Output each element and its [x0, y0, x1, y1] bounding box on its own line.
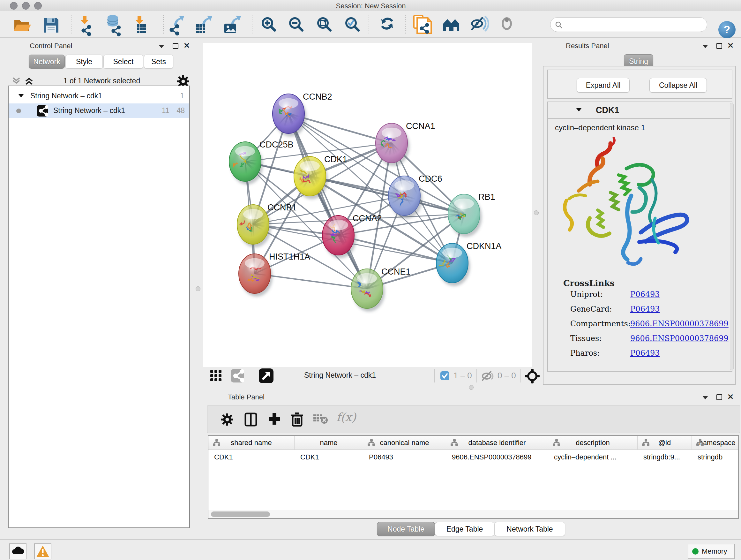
float-table-panel-icon[interactable] — [702, 396, 708, 399]
node-label-CCNB1: CCNB1 — [267, 203, 297, 212]
left-splitter-handle[interactable] — [196, 287, 200, 291]
maximize-panel-icon[interactable] — [173, 43, 179, 49]
right-splitter-handle[interactable] — [534, 210, 539, 215]
gene-collapse-icon[interactable] — [576, 108, 582, 111]
results-scrollbar[interactable] — [730, 103, 734, 370]
table-horizontal-scrollbar[interactable] — [208, 510, 738, 518]
close-results-panel-icon[interactable]: ✕ — [727, 41, 734, 50]
tab-select[interactable]: Select — [104, 55, 143, 69]
export-image-icon[interactable] — [224, 16, 241, 33]
crosslink-link[interactable]: 9606.ENSP00000378699 — [630, 334, 729, 343]
zoom-out-icon[interactable] — [290, 18, 302, 30]
tab-style[interactable]: Style — [65, 55, 103, 69]
memory-button[interactable]: Memory — [688, 544, 735, 559]
node-CDKN1A[interactable]: CDKN1A — [436, 241, 502, 286]
function-builder-icon[interactable]: f(x) — [336, 411, 356, 424]
node-label-CCNA1: CCNA1 — [406, 121, 435, 131]
cell-r0c0[interactable]: CDK1 — [208, 450, 294, 464]
node-CCNB2[interactable]: CCNB2 — [273, 92, 332, 137]
zoom-selected-icon[interactable] — [346, 18, 358, 30]
memory-label: Memory — [702, 547, 727, 556]
grid-view-icon[interactable] — [210, 370, 222, 382]
column-header-canonical-name[interactable]: canonical name — [363, 436, 446, 450]
node-CCNE1[interactable]: CCNE1 — [351, 267, 411, 312]
cell-r0c2[interactable]: P06493 — [363, 450, 446, 464]
table-options-gear-icon[interactable] — [220, 413, 234, 427]
float-panel-icon[interactable] — [158, 45, 164, 48]
node-RB1[interactable]: RB1 — [448, 192, 495, 237]
hidden-eye-icon[interactable] — [481, 370, 495, 381]
cell-r0c3[interactable]: 9606.ENSP00000378699 — [446, 450, 548, 464]
tab-network-table[interactable]: Network Table — [494, 522, 565, 536]
crosslink-link[interactable]: P06493 — [630, 290, 660, 299]
crosslink-row: Tissues:9606.ENSP00000378699 — [548, 334, 732, 349]
zoom-fit-content-icon[interactable] — [318, 18, 330, 30]
show-all-icon[interactable] — [502, 17, 511, 29]
cell-r0c1[interactable]: CDK1 — [294, 450, 363, 464]
column-header-description[interactable]: description — [548, 436, 637, 450]
birdseye-view-icon[interactable] — [525, 369, 540, 383]
horizontal-splitter-handle[interactable] — [469, 385, 474, 390]
show-columns-icon[interactable] — [245, 413, 257, 427]
warnings-button[interactable] — [34, 543, 51, 559]
open-session-icon[interactable] — [14, 20, 31, 31]
expand-all-button[interactable]: Expand All — [577, 78, 630, 92]
clone-network-icon[interactable] — [414, 15, 431, 34]
column-header-label: namespace — [699, 439, 736, 447]
column-header-namespace[interactable]: namespace — [692, 436, 739, 450]
import-network-file-icon[interactable] — [80, 16, 91, 36]
create-column-plus-icon[interactable] — [268, 413, 281, 425]
edge-CCNB2-CCNE1[interactable] — [288, 114, 367, 289]
cell-r0c6[interactable]: stringdb — [692, 450, 739, 464]
network-graph[interactable]: CCNB2CCNA1CDC25BCDK1CDC6RB1CCNB1CCNA2CDK… — [203, 43, 532, 367]
close-table-panel-icon[interactable]: ✕ — [727, 392, 734, 401]
hide-selected-icon[interactable] — [472, 17, 488, 30]
node-HIST1H1A[interactable]: HIST1H1A — [239, 252, 310, 297]
cell-r0c4[interactable]: cyclin–dependent ... — [548, 450, 637, 464]
column-header-database-identifier[interactable]: database identifier — [446, 436, 548, 450]
node-CDK1[interactable]: CDK1 — [294, 154, 347, 199]
close-panel-icon[interactable]: ✕ — [184, 41, 190, 50]
selected-checkbox-icon[interactable] — [440, 371, 450, 381]
help-button[interactable]: ? — [718, 21, 736, 38]
tab-network[interactable]: Network — [29, 55, 65, 69]
node-CCNA1[interactable]: CCNA1 — [376, 121, 435, 166]
import-network-database-icon[interactable] — [108, 15, 121, 36]
gene-section-header[interactable]: CDK1 — [548, 102, 732, 119]
collapse-all-button[interactable]: Collapse All — [650, 78, 707, 92]
import-table-icon[interactable] — [135, 16, 146, 33]
export-table-icon[interactable] — [196, 16, 212, 33]
save-session-icon[interactable] — [44, 18, 58, 33]
network-row[interactable]: String Network – cdk1 11 48 — [9, 104, 189, 118]
float-results-panel-icon[interactable] — [702, 45, 708, 48]
network-thumbnail-icon[interactable] — [231, 369, 244, 382]
cell-r0c5[interactable]: stringdb:9... — [637, 450, 692, 464]
zoom-in-icon[interactable] — [263, 18, 275, 30]
tab-edge-table[interactable]: Edge Table — [435, 522, 494, 536]
collection-collapse-icon[interactable] — [18, 94, 24, 98]
delete-column-trash-icon[interactable] — [291, 412, 303, 427]
delete-table-icon[interactable] — [313, 415, 329, 425]
cloud-status-button[interactable] — [9, 543, 26, 559]
tab-sets[interactable]: Sets — [144, 55, 173, 69]
detach-view-icon[interactable] — [259, 368, 273, 383]
crosslink-link[interactable]: P06493 — [630, 349, 660, 358]
maximize-table-panel-icon[interactable] — [717, 394, 722, 400]
scrollbar-thumb[interactable] — [211, 511, 270, 517]
export-network-icon[interactable] — [170, 16, 184, 36]
search-field — [550, 17, 707, 32]
first-neighbors-icon[interactable] — [443, 19, 459, 31]
network-canvas[interactable]: CCNB2CCNA1CDC25BCDK1CDC6RB1CCNB1CCNA2CDK… — [203, 43, 532, 367]
node-label-CCNA2: CCNA2 — [353, 213, 382, 223]
network-collection-row[interactable]: String Network – cdk1 1 — [9, 89, 189, 104]
column-header--id[interactable]: @id — [637, 436, 692, 450]
tab-node-table[interactable]: Node Table — [377, 522, 435, 536]
column-header-shared-name[interactable]: shared name — [208, 436, 294, 450]
apply-layout-refresh-icon[interactable] — [381, 19, 393, 29]
column-header-name[interactable]: name — [294, 436, 363, 450]
maximize-results-panel-icon[interactable] — [717, 43, 722, 49]
crosslink-link[interactable]: P06493 — [630, 305, 660, 314]
search-input[interactable] — [564, 19, 702, 30]
crosslink-link[interactable]: 9606.ENSP00000378699 — [630, 319, 729, 328]
node-CCNB1[interactable]: CCNB1 — [237, 203, 297, 247]
